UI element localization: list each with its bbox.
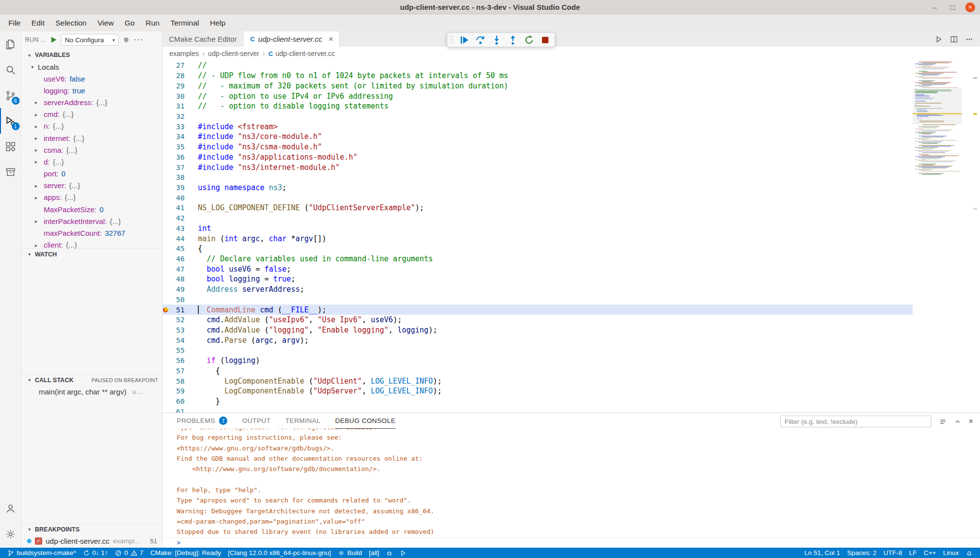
variable-row[interactable]: ▸csma:{...} xyxy=(21,144,162,156)
menu-file[interactable]: File xyxy=(3,14,26,31)
line-number[interactable]: 43 xyxy=(170,224,185,232)
watch-section-header[interactable]: ▾ WATCH xyxy=(21,248,162,260)
step-into-button[interactable] xyxy=(490,34,502,46)
line-number[interactable]: 33 xyxy=(170,123,185,131)
variable-row[interactable]: ▸d:{...} xyxy=(21,156,162,167)
extensions-icon[interactable] xyxy=(0,134,21,159)
source-control-icon[interactable]: 6 xyxy=(0,83,21,108)
explorer-icon[interactable] xyxy=(0,31,21,57)
glyph-margin[interactable] xyxy=(163,335,170,345)
line-number[interactable]: 46 xyxy=(170,255,185,263)
line-number[interactable]: 45 xyxy=(170,245,185,252)
line-number[interactable]: 28 xyxy=(170,72,185,80)
settings-icon[interactable] xyxy=(0,521,21,547)
code-line[interactable]: 46 // Declare variables used in command-… xyxy=(163,254,913,264)
code-line[interactable]: 41NS_LOG_COMPONENT_DEFINE ("UdpClientSer… xyxy=(163,203,913,213)
glyph-margin[interactable] xyxy=(163,345,170,356)
locals-scope-row[interactable]: ▾ Locals xyxy=(21,61,162,73)
panel-tab-debug-console[interactable]: DEBUG CONSOLE xyxy=(335,413,396,429)
line-number[interactable]: 51 xyxy=(170,306,185,314)
variable-row[interactable]: ▸cmd:{...} xyxy=(21,109,162,120)
code-line[interactable]: 37#include "ns3/internet-module.h" xyxy=(163,162,913,172)
start-debugging-icon[interactable] xyxy=(50,36,57,44)
glyph-margin[interactable] xyxy=(163,193,170,203)
code-line[interactable]: 44main (int argc, char *argv[]) xyxy=(163,233,913,244)
glyph-margin[interactable] xyxy=(163,213,170,223)
line-number[interactable]: 32 xyxy=(170,112,185,120)
console-filter-input[interactable] xyxy=(780,416,931,427)
glyph-margin[interactable] xyxy=(163,91,170,101)
breakpoints-section-header[interactable]: ▾ BREAKPOINTS xyxy=(21,523,162,535)
variable-row[interactable]: logging:true xyxy=(21,84,162,96)
code-line[interactable]: 56 if (logging) xyxy=(163,356,913,366)
code-line[interactable]: 29// - maximum of 320 packets sent (or l… xyxy=(163,81,913,91)
status-git-branch[interactable]: buildsystem-cmake* xyxy=(4,548,80,558)
line-number[interactable]: 36 xyxy=(170,153,185,161)
variable-row[interactable]: port:0 xyxy=(21,168,162,180)
editor-tab[interactable]: Cudp-client-server.cc× xyxy=(244,31,340,47)
code-line[interactable]: 30// - option to use IPv4 or IPv6 addres… xyxy=(163,91,913,101)
breakpoint-row[interactable]: ✓ udp-client-server.cc exampl... 51 xyxy=(21,535,162,547)
line-number[interactable]: 44 xyxy=(170,235,185,243)
line-number[interactable]: 29 xyxy=(170,82,185,90)
status-cmake-debug[interactable] xyxy=(382,548,396,558)
glyph-margin[interactable] xyxy=(163,315,170,325)
glyph-margin[interactable] xyxy=(163,71,170,81)
variable-row[interactable]: ▸serverAddress:{...} xyxy=(21,96,162,108)
code-line[interactable]: 32 xyxy=(163,112,913,122)
code-line[interactable]: 28// - UDP flow from n0 to n1 of 1024 by… xyxy=(163,71,913,81)
stop-button[interactable] xyxy=(539,34,551,46)
line-number[interactable]: 59 xyxy=(170,387,185,395)
glyph-margin[interactable] xyxy=(163,162,170,172)
status-cmake-build[interactable]: Build xyxy=(334,548,365,558)
status-problems[interactable]: 07 xyxy=(111,548,147,558)
glyph-margin[interactable] xyxy=(163,81,170,91)
line-number[interactable]: 41 xyxy=(170,204,185,212)
search-icon[interactable] xyxy=(0,57,21,83)
status-cmake-status[interactable]: CMake: [Debug]: Ready xyxy=(147,548,224,558)
glyph-margin[interactable] xyxy=(163,132,170,142)
glyph-margin[interactable] xyxy=(163,396,170,407)
code-line[interactable]: 31// - option to disable logging stateme… xyxy=(163,101,913,112)
line-number[interactable]: 50 xyxy=(170,296,185,304)
line-number[interactable]: 38 xyxy=(170,173,185,181)
variables-section-header[interactable]: ▾ VARIABLES xyxy=(21,49,162,61)
status-cmake-target[interactable]: [all] xyxy=(365,548,382,558)
line-number[interactable]: 48 xyxy=(170,275,185,283)
line-number[interactable]: 42 xyxy=(170,214,185,222)
minimize-button[interactable]: – xyxy=(930,2,940,12)
glyph-margin[interactable] xyxy=(163,305,170,315)
step-out-button[interactable] xyxy=(507,34,518,46)
status-remote-os[interactable]: Linux xyxy=(940,548,962,558)
code-line[interactable]: 53 cmd.AddValue ("logging", "Enable logg… xyxy=(163,325,913,335)
line-number[interactable]: 47 xyxy=(170,265,185,273)
code-line[interactable]: 50 xyxy=(163,295,913,305)
stack-frame-row[interactable]: main(int argc, char ** argv) u… xyxy=(21,386,162,397)
line-number[interactable]: 35 xyxy=(170,143,185,151)
line-number[interactable]: 39 xyxy=(170,184,185,192)
more-actions-icon[interactable] xyxy=(965,35,973,43)
variable-row[interactable]: ▸apps:{...} xyxy=(21,192,162,203)
code-line[interactable]: 33#include <fstream> xyxy=(163,121,913,132)
glyph-margin[interactable] xyxy=(163,172,170,183)
editor-tab[interactable]: CMake Cache Editor xyxy=(163,31,244,47)
code-line[interactable]: 58 LogComponentEnable ("UdpClient", LOG_… xyxy=(163,376,913,386)
variable-row[interactable]: ▸n:{...} xyxy=(21,120,162,132)
more-actions-icon[interactable]: ··· xyxy=(134,35,143,45)
breadcrumb-item[interactable]: Cudp-client-server.cc xyxy=(269,50,335,57)
breakpoint-checkbox[interactable]: ✓ xyxy=(35,537,42,545)
code-line[interactable]: 49 Address serverAddress; xyxy=(163,284,913,295)
minimap-slider[interactable] xyxy=(913,88,962,125)
line-number[interactable]: 49 xyxy=(170,285,185,293)
split-editor-icon[interactable] xyxy=(950,35,958,43)
glyph-margin[interactable] xyxy=(163,142,170,152)
glyph-margin[interactable] xyxy=(163,274,170,284)
account-icon[interactable] xyxy=(0,496,21,521)
line-number[interactable]: 57 xyxy=(170,367,185,375)
run-and-debug-icon[interactable]: 1 xyxy=(0,108,21,134)
glyph-margin[interactable] xyxy=(163,203,170,213)
variable-row[interactable]: maxPacketCount:32767 xyxy=(21,227,162,239)
code-line[interactable]: 57 { xyxy=(163,366,913,376)
code-line[interactable]: 27// xyxy=(163,60,913,71)
menu-view[interactable]: View xyxy=(92,14,119,31)
